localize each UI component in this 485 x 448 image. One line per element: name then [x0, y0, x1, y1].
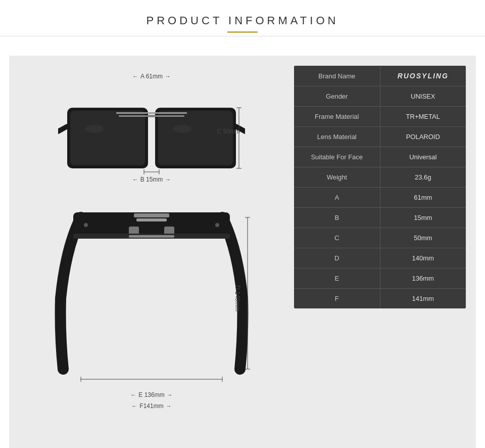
- spec-label: B: [294, 208, 380, 228]
- dim-d-text: D 140mm: [234, 285, 241, 311]
- spec-label: Frame Material: [294, 107, 380, 126]
- svg-point-5: [85, 125, 104, 133]
- spec-row: Lens MaterialPOLAROID: [294, 127, 466, 147]
- spec-label: F: [294, 289, 380, 308]
- svg-rect-25: [129, 235, 174, 238]
- spec-value: 23.6g: [380, 167, 466, 187]
- spec-row: Brand NameRUOSYLING: [294, 66, 466, 86]
- dim-b-text: B 15mm: [140, 176, 163, 183]
- spec-value: UNISEX: [380, 86, 466, 106]
- spec-value: POLAROID: [380, 127, 466, 147]
- spec-value: 50mm: [380, 228, 466, 248]
- spec-value: Universal: [380, 147, 466, 167]
- dim-f-label: ← F141mm →: [131, 402, 171, 410]
- spec-label: Brand Name: [294, 66, 380, 86]
- spec-label: A: [294, 188, 380, 207]
- spec-row: GenderUNISEX: [294, 86, 466, 107]
- spec-label: C: [294, 228, 380, 248]
- page-header: PRODUCT INFORMATION: [0, 0, 485, 46]
- svg-rect-4: [158, 111, 233, 165]
- spec-value: 15mm: [380, 208, 466, 228]
- spec-row: D140mm: [294, 248, 466, 268]
- dim-c-label: C 50mm: [217, 128, 240, 135]
- svg-rect-10: [119, 115, 184, 117]
- specs-table: Brand NameRUOSYLINGGenderUNISEXFrame Mat…: [294, 66, 466, 308]
- spec-row: Suitable For FaceUniversal: [294, 147, 466, 167]
- top-section: D 140mm ← E 136mm → ← F141mm →: [51, 197, 253, 399]
- spec-row: Weight23.6g: [294, 167, 466, 188]
- dim-e-label: ← E 136mm →: [130, 391, 172, 398]
- dim-c-text: C 50mm: [217, 128, 240, 135]
- svg-rect-2: [70, 111, 145, 165]
- spec-row: A61mm: [294, 188, 466, 208]
- spec-row: C50mm: [294, 228, 466, 248]
- dim-e-text: E 136mm: [138, 391, 164, 398]
- spec-row: E136mm: [294, 268, 466, 289]
- spec-value: 140mm: [380, 248, 466, 268]
- spec-row: B15mm: [294, 208, 466, 228]
- dim-b-label: ← B 15mm →: [132, 176, 171, 183]
- svg-rect-9: [116, 112, 187, 114]
- svg-point-24: [215, 223, 219, 227]
- title-underline: [227, 31, 258, 33]
- svg-point-6: [173, 125, 191, 133]
- spec-label: Weight: [294, 167, 380, 187]
- svg-line-7: [58, 126, 67, 131]
- svg-rect-18: [134, 213, 169, 217]
- spec-value: 61mm: [380, 188, 466, 207]
- divider-line: [0, 36, 485, 36]
- spec-label: E: [294, 268, 380, 288]
- svg-rect-19: [136, 218, 167, 221]
- spec-label: Suitable For Face: [294, 147, 380, 167]
- svg-point-23: [84, 223, 88, 227]
- dim-a-text: A 61mm: [140, 73, 163, 80]
- spec-row: Frame MaterialTR+METAL: [294, 107, 466, 127]
- main-content: ← A 61mm →: [9, 56, 476, 448]
- glasses-front-svg: [58, 88, 245, 190]
- spec-row: F141mm: [294, 289, 466, 308]
- dim-f-text: F141mm: [139, 402, 163, 410]
- front-section: ← A 61mm →: [58, 66, 245, 197]
- diagram-area: ← A 61mm →: [19, 66, 284, 445]
- glasses-top-svg: [51, 207, 253, 389]
- spec-value: 141mm: [380, 289, 466, 308]
- spec-value: RUOSYLING: [380, 66, 466, 86]
- spec-value: 136mm: [380, 268, 466, 288]
- spec-value: TR+METAL: [380, 107, 466, 126]
- dim-a-label: ← A 61mm →: [132, 73, 171, 80]
- spec-label: D: [294, 248, 380, 268]
- page-title: PRODUCT INFORMATION: [0, 14, 485, 27]
- spec-label: Lens Material: [294, 127, 380, 147]
- spec-label: Gender: [294, 86, 380, 106]
- dim-d-label: D 140mm: [234, 285, 241, 311]
